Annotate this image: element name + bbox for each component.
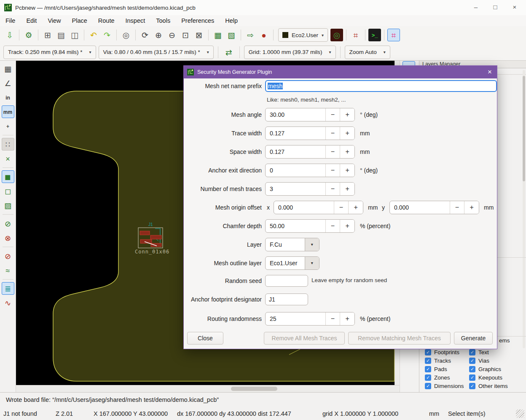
filter-item-dimensions[interactable]: ✓Dimensions bbox=[425, 382, 464, 390]
curved-ratsnest-icon[interactable]: ≈ bbox=[2, 264, 14, 277]
polar-coords-icon[interactable]: ∠ bbox=[2, 77, 14, 89]
filter-item-other-items[interactable]: ✓Other items bbox=[469, 382, 508, 390]
menu-preferences[interactable]: Preferences bbox=[176, 15, 220, 26]
filter-item-zones[interactable]: ✓Zones bbox=[425, 374, 450, 381]
outline-layer-combobox[interactable]: Eco1.User ▾ bbox=[265, 256, 319, 270]
filter-item-keepouts[interactable]: ✓Keepouts bbox=[469, 374, 502, 381]
checkbox-checked[interactable]: ✓ bbox=[469, 383, 475, 389]
resize-grip[interactable] bbox=[516, 409, 524, 418]
mesh-net-prefix-input[interactable]: mesh bbox=[265, 80, 497, 92]
spin-plus-button[interactable]: + bbox=[340, 108, 354, 121]
footprint-search-icon[interactable]: ▧ bbox=[225, 29, 238, 41]
grid-dropdown[interactable]: Grid: 1.0000 mm (39.37 mils) ▾ bbox=[244, 46, 336, 59]
filter-item-graphics[interactable]: ✓Graphics bbox=[469, 365, 501, 373]
spin-plus-button[interactable]: + bbox=[340, 145, 354, 158]
footprint-icon[interactable]: ▦ bbox=[212, 29, 224, 41]
random-seed-input[interactable] bbox=[265, 275, 308, 287]
remove-all-button[interactable]: Remove All Mesh Traces bbox=[264, 332, 345, 345]
zones-hatched-icon[interactable]: ▨ bbox=[2, 199, 14, 212]
net-inspect-icon[interactable]: ⌗ bbox=[349, 29, 362, 41]
zoom-out-icon[interactable]: ⊖ bbox=[166, 29, 178, 41]
inspect-crossprobe-icon[interactable]: ⊗ bbox=[2, 232, 14, 244]
zoom-dropdown[interactable]: Zoom Auto ▾ bbox=[345, 46, 390, 59]
filter-item-footprints[interactable]: ✓Footprints bbox=[425, 348, 459, 356]
spin-minus-button[interactable]: − bbox=[334, 201, 349, 214]
generate-button[interactable]: Generate bbox=[454, 332, 493, 345]
checkbox-checked[interactable]: ✓ bbox=[425, 374, 431, 381]
filter-item-text[interactable]: ✓Text bbox=[469, 348, 489, 356]
ratsnest-lines-icon[interactable]: × bbox=[2, 152, 14, 165]
update-pcb-icon[interactable]: ⇨ bbox=[244, 29, 257, 41]
checkbox-checked[interactable]: ✓ bbox=[469, 366, 475, 372]
maximize-button[interactable]: □ bbox=[489, 2, 502, 13]
plot-icon[interactable]: ◫ bbox=[68, 29, 81, 41]
chamfer-spinbox[interactable]: 50.00 − + bbox=[265, 219, 355, 233]
scripting-console-icon[interactable]: >_ bbox=[368, 29, 381, 41]
spin-minus-button[interactable]: − bbox=[325, 183, 340, 195]
scrollbar-thumb[interactable] bbox=[523, 76, 525, 181]
save-icon[interactable]: ⇩ bbox=[3, 29, 16, 41]
print-icon[interactable]: ▤ bbox=[55, 29, 67, 41]
board-setup-icon[interactable]: ⚙ bbox=[22, 29, 35, 41]
spin-plus-button[interactable]: + bbox=[348, 201, 363, 214]
zones-filled-icon[interactable]: ◼ bbox=[2, 170, 14, 183]
auto-track-width-icon[interactable]: ⇄ bbox=[223, 46, 235, 59]
filter-item-tracks[interactable]: ✓Tracks bbox=[425, 357, 451, 364]
refresh-view-icon[interactable]: ⟳ bbox=[139, 29, 151, 41]
zoom-fit-icon[interactable]: ⊡ bbox=[179, 29, 192, 41]
spin-minus-button[interactable]: − bbox=[450, 201, 464, 214]
spin-plus-button[interactable]: + bbox=[340, 127, 354, 140]
checkbox-checked[interactable]: ✓ bbox=[425, 366, 431, 372]
minimize-button[interactable]: – bbox=[470, 2, 482, 13]
checkbox-checked[interactable]: ✓ bbox=[469, 374, 475, 381]
zoom-selection-icon[interactable]: ⊠ bbox=[193, 29, 205, 41]
page-settings-icon[interactable]: ⊞ bbox=[41, 29, 54, 41]
checkbox-checked[interactable]: ✓ bbox=[425, 383, 431, 389]
chevron-down-icon[interactable]: ▾ bbox=[305, 238, 319, 251]
via-display-icon[interactable]: ◎ bbox=[330, 29, 343, 41]
menu-edit[interactable]: Edit bbox=[21, 15, 42, 26]
menu-view[interactable]: View bbox=[42, 15, 66, 26]
mesh-plugin-icon[interactable]: ⌗ bbox=[387, 29, 400, 41]
grid-visibility-icon[interactable]: ▦ bbox=[2, 62, 14, 75]
mesh-angle-spinbox[interactable]: 30.00 − + bbox=[265, 108, 355, 121]
units-inches-icon[interactable]: in bbox=[2, 91, 14, 104]
offset-y-spinbox[interactable]: 0.000 − + bbox=[389, 201, 479, 214]
canvas-horizontal-scrollbar[interactable] bbox=[16, 385, 400, 392]
spin-minus-button[interactable]: − bbox=[325, 312, 340, 325]
undo-icon[interactable]: ↶ bbox=[87, 29, 100, 41]
menu-inspect[interactable]: Inspect bbox=[120, 15, 151, 26]
filter-item-vias[interactable]: ✓Vias bbox=[469, 357, 489, 364]
space-width-spinbox[interactable]: 0.127 − + bbox=[265, 145, 355, 159]
layers-scrollbar[interactable] bbox=[523, 70, 525, 348]
spin-minus-button[interactable]: − bbox=[325, 145, 340, 158]
spin-plus-button[interactable]: + bbox=[340, 312, 354, 325]
checkbox-checked[interactable]: ✓ bbox=[469, 349, 475, 355]
drc-ladybug-icon[interactable]: ● bbox=[258, 29, 270, 41]
layers-manager-toggle-icon[interactable]: ≣ bbox=[2, 282, 14, 295]
chevron-down-icon[interactable]: ▾ bbox=[305, 257, 319, 269]
active-layer-dropdown[interactable]: Eco2.User▾ bbox=[278, 28, 328, 42]
zoom-in-icon[interactable]: ⊕ bbox=[152, 29, 165, 41]
spin-minus-button[interactable]: − bbox=[325, 108, 340, 121]
spin-minus-button[interactable]: − bbox=[325, 220, 340, 232]
checkbox-checked[interactable]: ✓ bbox=[469, 358, 475, 364]
menu-route[interactable]: Route bbox=[93, 15, 120, 26]
remove-matching-button[interactable]: Remove Matching Mesh Traces bbox=[348, 332, 451, 345]
checkbox-checked[interactable]: ✓ bbox=[425, 349, 431, 355]
microwave-tools-icon[interactable]: ∿ bbox=[2, 296, 14, 309]
layer-combobox[interactable]: F.Cu ▾ bbox=[265, 238, 319, 251]
menu-file[interactable]: File bbox=[0, 15, 21, 26]
filter-item-pads[interactable]: ✓Pads bbox=[425, 365, 447, 373]
spin-minus-button[interactable]: − bbox=[325, 164, 340, 177]
offset-x-spinbox[interactable]: 0.000 − + bbox=[274, 201, 363, 214]
num-traces-spinbox[interactable]: 3 − + bbox=[265, 182, 355, 196]
anchor-exit-spinbox[interactable]: 0 − + bbox=[265, 164, 355, 177]
units-mm-icon[interactable]: mm bbox=[2, 105, 14, 118]
dialog-title-bar[interactable]: Security Mesh Generator Plugin × bbox=[184, 66, 497, 78]
menu-tools[interactable]: Tools bbox=[150, 15, 176, 26]
via-size-dropdown[interactable]: Via: 0.80 / 0.40 mm (31.5 / 15.7 mils) *… bbox=[99, 46, 214, 59]
spin-plus-button[interactable]: + bbox=[340, 164, 354, 177]
dialog-close-icon[interactable]: × bbox=[483, 68, 497, 76]
close-button[interactable]: × bbox=[508, 2, 521, 13]
